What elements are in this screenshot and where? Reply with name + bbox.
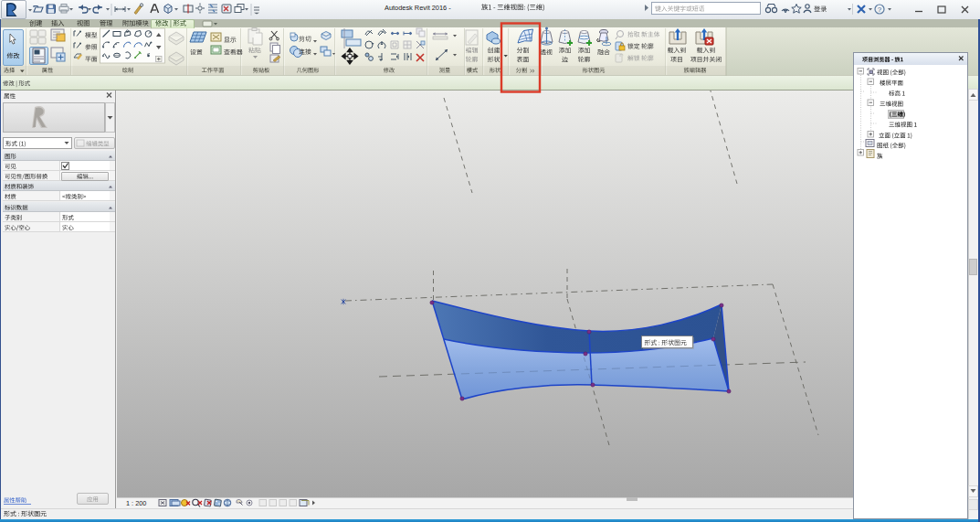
svg-text:?: ? [878,5,882,14]
